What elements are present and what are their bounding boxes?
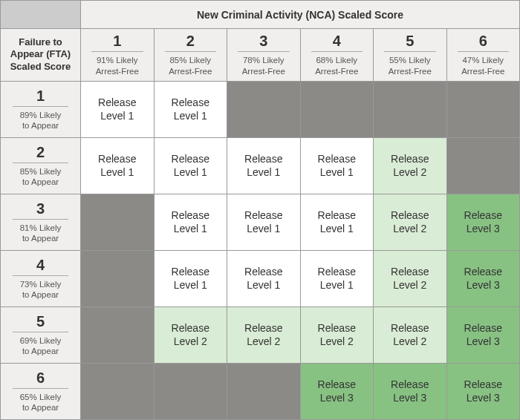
- cell-label-line1: Release: [159, 96, 223, 109]
- fta-row-num: 1: [13, 88, 68, 107]
- matrix-cell: [81, 250, 155, 306]
- nca-col-num: 4: [311, 33, 363, 52]
- matrix-cell: ReleaseLevel 3: [446, 194, 520, 250]
- matrix-cell: ReleaseLevel 1: [81, 137, 155, 194]
- cell-label-line2: Level 1: [85, 165, 149, 179]
- matrix-row: 569% Likelyto AppearReleaseLevel 2Releas…: [1, 306, 520, 363]
- nca-col-sub2: Arrest-Free: [232, 66, 296, 76]
- fta-row-sub1: 73% Likely: [5, 279, 76, 289]
- nca-col-sub2: Arrest-Free: [305, 66, 369, 76]
- nca-col-sub2: Arrest-Free: [159, 66, 223, 76]
- matrix-cell: ReleaseLevel 1: [154, 250, 227, 306]
- cell-label-line2: Level 2: [378, 165, 442, 179]
- cell-label-line2: Level 1: [159, 165, 223, 179]
- nca-col-sub1: 47% Likely: [452, 55, 516, 65]
- fta-row-sub2: to Appear: [5, 120, 76, 131]
- matrix-cell: [81, 363, 155, 419]
- cell-label-line1: Release: [452, 209, 516, 222]
- nca-col-2: 2 85% Likely Arrest-Free: [154, 29, 227, 82]
- fta-row-sub2: to Appear: [5, 177, 76, 187]
- nca-col-num: 1: [91, 33, 143, 52]
- nca-col-num: 2: [165, 33, 217, 52]
- nca-col-sub2: Arrest-Free: [85, 66, 149, 76]
- matrix-cell: ReleaseLevel 2: [154, 306, 227, 363]
- matrix-cell: ReleaseLevel 1: [154, 194, 227, 250]
- cell-label-line2: Level 1: [305, 278, 369, 292]
- matrix-cell: ReleaseLevel 3: [300, 363, 374, 419]
- nca-col-5: 5 55% Likely Arrest-Free: [374, 29, 447, 82]
- fta-row-sub1: 81% Likely: [5, 223, 76, 233]
- release-matrix-table: New Criminal Activity (NCA) Scaled Score…: [0, 0, 520, 420]
- fta-row-num: 2: [13, 144, 68, 163]
- nca-col-6: 6 47% Likely Arrest-Free: [446, 29, 520, 82]
- cell-label-line1: Release: [378, 321, 442, 335]
- cell-label-line1: Release: [85, 96, 149, 109]
- header-row-top: New Criminal Activity (NCA) Scaled Score: [1, 1, 520, 29]
- fta-row-3: 381% Likelyto Appear: [1, 194, 81, 250]
- fta-title-cell: Failure to Appear (FTA) Scaled Score: [1, 29, 81, 82]
- matrix-cell: [227, 81, 301, 137]
- cell-label-line1: Release: [305, 378, 369, 391]
- fta-row-sub1: 85% Likely: [5, 166, 76, 177]
- fta-row-2: 285% Likelyto Appear: [1, 137, 81, 194]
- matrix-cell: ReleaseLevel 1: [227, 194, 301, 250]
- matrix-cell: ReleaseLevel 1: [81, 81, 155, 137]
- cell-label-line2: Level 2: [378, 278, 442, 292]
- nca-col-num: 6: [458, 33, 510, 52]
- cell-label-line2: Level 2: [305, 335, 369, 348]
- cell-label-line2: Level 1: [232, 165, 296, 179]
- cell-label-line2: Level 3: [452, 222, 516, 235]
- cell-label-line1: Release: [305, 265, 369, 278]
- nca-col-sub1: 68% Likely: [305, 55, 369, 65]
- matrix-row: 665% Likelyto AppearReleaseLevel 3Releas…: [1, 363, 520, 419]
- nca-col-4: 4 68% Likely Arrest-Free: [300, 29, 374, 82]
- nca-title-cell: New Criminal Activity (NCA) Scaled Score: [81, 1, 520, 29]
- matrix-cell: ReleaseLevel 1: [300, 250, 374, 306]
- header-row-cols: Failure to Appear (FTA) Scaled Score 1 9…: [1, 29, 520, 82]
- cell-label-line2: Level 1: [305, 222, 369, 235]
- fta-row-sub1: 89% Likely: [5, 110, 76, 120]
- fta-row-6: 665% Likelyto Appear: [1, 363, 81, 419]
- cell-label-line2: Level 1: [159, 222, 223, 235]
- matrix-cell: [300, 81, 374, 137]
- cell-label-line1: Release: [378, 209, 442, 222]
- cell-label-line2: Level 1: [85, 109, 149, 122]
- nca-col-sub1: 78% Likely: [232, 55, 296, 65]
- cell-label-line2: Level 1: [159, 109, 223, 122]
- matrix-cell: ReleaseLevel 1: [300, 194, 374, 250]
- matrix-cell: ReleaseLevel 2: [374, 250, 447, 306]
- cell-label-line1: Release: [305, 209, 369, 222]
- nca-col-num: 3: [238, 33, 290, 52]
- cell-label-line2: Level 3: [378, 391, 442, 404]
- fta-row-sub2: to Appear: [5, 346, 76, 356]
- fta-row-num: 3: [13, 200, 68, 220]
- cell-label-line2: Level 1: [305, 165, 369, 179]
- matrix-cell: [374, 81, 447, 137]
- fta-row-4: 473% Likelyto Appear: [1, 250, 81, 306]
- cell-label-line1: Release: [378, 152, 442, 165]
- fta-row-sub2: to Appear: [5, 233, 76, 243]
- cell-label-line1: Release: [452, 321, 516, 335]
- fta-row-sub1: 69% Likely: [5, 335, 76, 346]
- matrix-cell: ReleaseLevel 2: [300, 306, 374, 363]
- matrix-cell: ReleaseLevel 2: [227, 306, 301, 363]
- matrix-cell: ReleaseLevel 1: [300, 137, 374, 194]
- matrix-row: 189% Likelyto AppearReleaseLevel 1Releas…: [1, 81, 520, 137]
- cell-label-line1: Release: [159, 152, 223, 165]
- cell-label-line2: Level 2: [378, 335, 442, 348]
- matrix-cell: [81, 194, 155, 250]
- fta-row-sub2: to Appear: [5, 289, 76, 300]
- matrix-cell: ReleaseLevel 1: [227, 137, 301, 194]
- matrix-cell: ReleaseLevel 1: [227, 250, 301, 306]
- cell-label-line1: Release: [232, 152, 296, 165]
- nca-col-sub1: 55% Likely: [378, 55, 442, 65]
- nca-col-sub1: 91% Likely: [85, 55, 149, 65]
- cell-label-line1: Release: [305, 321, 369, 335]
- cell-label-line2: Level 1: [232, 222, 296, 235]
- matrix-cell: [446, 81, 520, 137]
- matrix-row: 381% Likelyto AppearReleaseLevel 1Releas…: [1, 194, 520, 250]
- matrix-cell: [446, 137, 520, 194]
- matrix-cell: [154, 363, 227, 419]
- nca-col-3: 3 78% Likely Arrest-Free: [227, 29, 301, 82]
- fta-row-num: 6: [13, 370, 68, 389]
